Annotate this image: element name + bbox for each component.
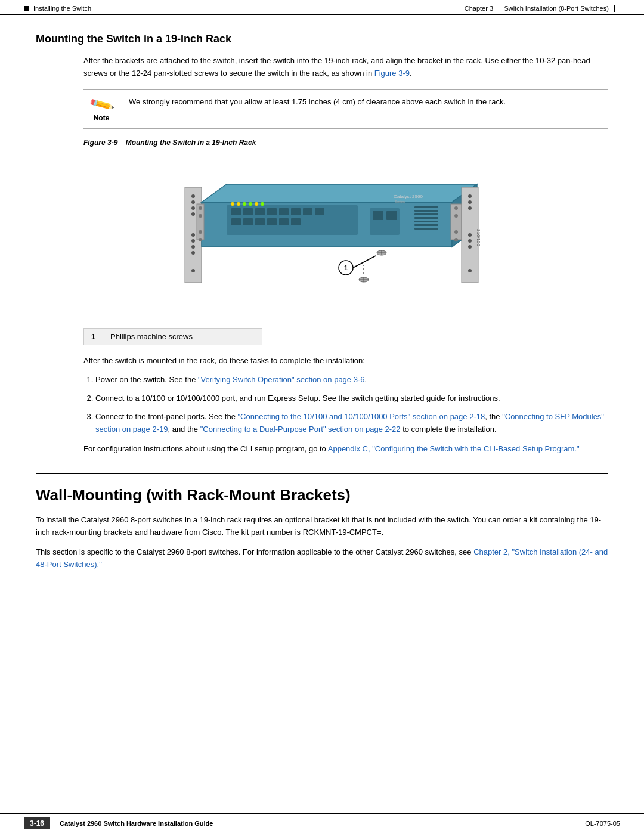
steps-list: Power on the switch. See the "Verifying … [36, 374, 608, 435]
header-chapter: Chapter 3 [465, 5, 493, 12]
section1-body1: After the brackets are attached to the s… [36, 55, 608, 80]
svg-rect-18 [279, 208, 289, 215]
step3-text-mid2: , and the [168, 425, 200, 433]
svg-point-49 [199, 230, 202, 234]
pencil-icon: ✏️ [88, 92, 114, 117]
svg-point-48 [199, 214, 202, 218]
svg-rect-35 [373, 211, 383, 220]
part-desc: Phillips machine screws [110, 332, 193, 341]
svg-rect-20 [303, 208, 312, 215]
header-breadcrumb: Installing the Switch [33, 5, 91, 12]
svg-point-32 [255, 202, 258, 206]
page-footer: 3-16 Catalyst 2960 Switch Hardware Insta… [0, 813, 644, 833]
svg-rect-39 [414, 206, 438, 208]
svg-rect-15 [243, 208, 253, 215]
body1-end: . [410, 69, 412, 78]
step3-link3[interactable]: "Connecting to a Dual-Purpose Port" sect… [200, 425, 401, 433]
header-divider [614, 5, 620, 12]
svg-rect-19 [291, 208, 301, 215]
svg-point-28 [231, 202, 234, 206]
step3-text-before: Connect to the front-panel ports. See th… [95, 412, 237, 421]
svg-point-55 [454, 238, 458, 241]
svg-point-5 [191, 233, 195, 237]
svg-rect-40 [414, 210, 438, 212]
section2-body2-before: This section is specific to the Catalyst… [36, 547, 473, 556]
footer-left: 3-16 Catalyst 2960 Switch Hardware Insta… [24, 817, 213, 829]
svg-rect-14 [231, 208, 241, 215]
step1-text-before: Power on the switch. See the [95, 375, 198, 384]
config-link[interactable]: Appendix C, "Configuring the Switch with… [328, 444, 580, 453]
figure-3-9-link[interactable]: Figure 3-9 [374, 69, 410, 78]
header-right: Chapter 3 Switch Installation (8-Port Sw… [465, 5, 620, 12]
svg-line-67 [353, 256, 376, 268]
svg-point-47 [199, 206, 202, 210]
svg-point-57 [468, 194, 472, 198]
svg-rect-21 [315, 208, 324, 215]
svg-point-59 [468, 206, 472, 210]
figure-area: Catalyst 2960 Series [36, 151, 608, 318]
note-icon-area: ✏️ Note [83, 96, 119, 122]
figure-title: Mounting the Switch in a 19-Inch Rack [126, 138, 256, 147]
part-num: 1 [91, 332, 103, 341]
step3-text-after: to complete the installation. [401, 425, 497, 433]
main-content: Mounting the Switch in a 19-Inch Rack Af… [0, 15, 644, 614]
step-2: Connect to a 10/100 or 10/100/1000 port,… [95, 392, 608, 405]
svg-text:Series: Series [395, 200, 405, 203]
section1-heading: Mounting the Switch in a 19-Inch Rack [36, 33, 608, 45]
step3-link1[interactable]: "Connecting to the 10/100 and 10/100/100… [237, 412, 485, 421]
svg-point-31 [249, 202, 252, 206]
svg-marker-11 [202, 184, 477, 202]
step3-text-mid1: , the [485, 412, 502, 421]
svg-point-60 [468, 233, 472, 237]
step1-link[interactable]: "Verifying Switch Operation" section on … [198, 375, 365, 384]
svg-point-8 [191, 251, 195, 255]
svg-rect-43 [414, 221, 438, 222]
svg-rect-27 [291, 218, 301, 225]
step1-text-after: . [364, 375, 367, 384]
svg-point-33 [261, 202, 264, 206]
svg-point-61 [468, 239, 472, 243]
svg-point-53 [454, 214, 458, 218]
header-bullet-icon [24, 6, 29, 11]
footer-right: OL-7075-05 [585, 820, 620, 827]
section2-heading: Wall-Mounting (with Rack-Mount Brackets) [36, 473, 608, 504]
svg-point-4 [191, 212, 195, 216]
figure-caption: Figure 3-9 Mounting the Switch in a 19-I… [83, 138, 608, 147]
svg-rect-45 [414, 228, 438, 230]
section2-body1: To install the Catalyst 2960 8-port swit… [36, 514, 608, 539]
footer-title: Catalyst 2960 Switch Hardware Installati… [60, 820, 213, 827]
section2-body2: This section is specific to the Catalyst… [36, 546, 608, 571]
svg-point-52 [454, 206, 458, 210]
svg-rect-26 [279, 218, 289, 225]
note-text: We strongly recommend that you allow at … [129, 96, 506, 109]
svg-point-7 [191, 245, 195, 249]
step-1: Power on the switch. See the "Verifying … [95, 374, 608, 386]
svg-point-50 [199, 238, 202, 241]
page-header: Installing the Switch Chapter 3 Switch I… [0, 0, 644, 15]
svg-point-9 [191, 269, 195, 272]
svg-rect-22 [231, 218, 241, 225]
svg-point-2 [191, 200, 195, 204]
config-paragraph: For configuration instructions about usi… [36, 443, 608, 456]
svg-point-63 [468, 269, 472, 272]
body1-text: After the brackets are attached to the s… [83, 56, 590, 78]
after-figure-text: After the switch is mounted in the rack,… [36, 355, 608, 367]
svg-text:1: 1 [344, 264, 348, 271]
svg-point-58 [468, 200, 472, 204]
svg-rect-44 [414, 224, 438, 226]
page-number: 3-16 [24, 817, 50, 829]
svg-point-30 [243, 202, 246, 206]
svg-point-54 [454, 230, 458, 234]
svg-point-1 [191, 194, 195, 198]
svg-point-62 [468, 245, 472, 249]
step-3: Connect to the front-panel ports. See th… [95, 411, 608, 436]
footer-doc-number: OL-7075-05 [585, 820, 620, 827]
parts-legend: 1 Phillips machine screws [83, 328, 262, 345]
switch-diagram-svg: Catalyst 2960 Series [179, 151, 513, 318]
svg-rect-41 [414, 213, 438, 215]
figure-number: Figure 3-9 [83, 138, 117, 147]
svg-rect-24 [255, 218, 265, 225]
svg-rect-23 [243, 218, 253, 225]
svg-text:210/100: 210/100 [476, 229, 481, 246]
svg-point-3 [191, 206, 195, 210]
